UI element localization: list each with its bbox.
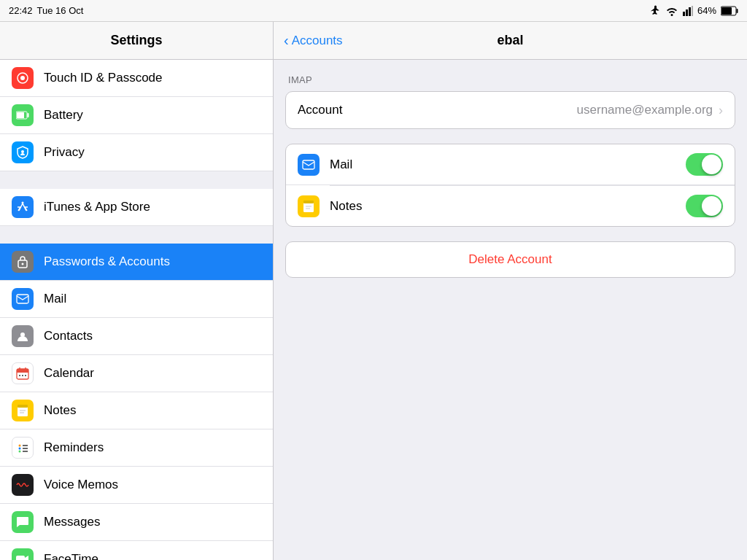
reminders-label: Reminders <box>44 440 104 455</box>
back-label: Accounts <box>292 34 343 48</box>
toggles-group: Mail Notes <box>285 144 735 227</box>
account-row-value: username@example.org <box>577 103 713 117</box>
back-chevron-icon: ‹ <box>284 33 289 47</box>
imap-section-label: IMAP <box>285 74 735 85</box>
main-layout: Settings Touch ID & Passcode Battery <box>0 22 747 560</box>
mail-toggle-row: Mail <box>286 144 735 185</box>
account-row[interactable]: Account username@example.org › <box>286 92 735 128</box>
sidebar-item-mail[interactable]: Mail <box>0 281 273 318</box>
status-date: Tue 16 Oct <box>37 5 84 16</box>
sidebar-item-appstore[interactable]: iTunes & App Store <box>0 189 273 226</box>
battery-icon <box>721 6 738 16</box>
svg-rect-0 <box>683 12 685 16</box>
contacts-label: Contacts <box>44 329 93 343</box>
svg-point-15 <box>22 263 24 265</box>
mail-toggle-label: Mail <box>330 158 686 172</box>
svg-rect-1 <box>686 9 688 16</box>
svg-rect-35 <box>16 556 25 560</box>
notes-toggle[interactable] <box>686 195 723 217</box>
svg-point-31 <box>19 451 21 453</box>
account-row-label: Account <box>298 103 577 117</box>
passwords-label: Passwords & Accounts <box>44 254 170 269</box>
notes-icon-sidebar <box>12 400 34 421</box>
sidebar-item-battery[interactable]: Battery <box>0 97 273 134</box>
notes-row-icon <box>298 195 320 217</box>
status-time: 22:42 <box>9 5 33 16</box>
svg-point-23 <box>22 375 23 376</box>
sidebar-item-notes[interactable]: Notes <box>0 392 273 429</box>
svg-rect-26 <box>18 405 28 408</box>
svg-rect-36 <box>303 160 314 169</box>
calendar-label: Calendar <box>44 366 94 381</box>
contacts-icon <box>12 325 34 347</box>
appstore-icon <box>12 196 34 218</box>
right-panel: ‹ Accounts ebal IMAP Account username@ex… <box>274 22 747 560</box>
account-group: Account username@example.org › <box>285 91 735 129</box>
mail-toggle[interactable] <box>686 153 723 176</box>
page-title: ebal <box>497 33 523 48</box>
battery-icon-sidebar <box>12 104 34 126</box>
mail-row-icon <box>298 154 320 176</box>
svg-point-13 <box>22 202 24 204</box>
sidebar-title: Settings <box>110 33 162 48</box>
delete-account-button[interactable]: Delete Account <box>286 242 735 277</box>
sidebar-item-facetime[interactable]: FaceTime <box>0 541 273 560</box>
account-row-chevron: › <box>719 103 723 118</box>
mail-label: Mail <box>44 292 66 306</box>
svg-rect-3 <box>692 6 693 16</box>
sidebar-header: Settings <box>0 22 273 60</box>
status-bar: 22:42 Tue 16 Oct 64% <box>0 0 747 22</box>
signal-icon <box>683 6 693 16</box>
svg-point-8 <box>20 76 25 80</box>
svg-point-12 <box>21 150 24 153</box>
passwords-icon <box>12 251 34 273</box>
svg-rect-6 <box>721 7 732 15</box>
svg-point-30 <box>19 448 21 450</box>
sidebar-item-reminders[interactable]: Reminders <box>0 429 273 467</box>
svg-rect-5 <box>737 9 738 13</box>
sidebar-gap-2 <box>0 226 273 244</box>
sidebar: Settings Touch ID & Passcode Battery <box>0 22 274 560</box>
svg-point-24 <box>25 375 26 376</box>
svg-rect-37 <box>303 202 314 212</box>
airplane-icon <box>649 5 661 17</box>
wifi-icon <box>665 6 678 16</box>
touchid-icon <box>12 67 34 89</box>
svg-rect-2 <box>689 7 691 16</box>
right-content: IMAP Account username@example.org › <box>274 60 747 307</box>
svg-point-29 <box>19 445 21 447</box>
svg-rect-11 <box>17 112 24 118</box>
messages-label: Messages <box>44 515 100 529</box>
sidebar-item-passwords[interactable]: Passwords & Accounts <box>0 244 273 281</box>
status-left: 22:42 Tue 16 Oct <box>9 5 83 16</box>
facetime-label: FaceTime <box>44 552 98 560</box>
sidebar-item-voicememo[interactable]: Voice Memos <box>0 467 273 504</box>
voicememo-icon <box>12 474 34 496</box>
svg-rect-25 <box>18 406 28 416</box>
reminders-icon <box>12 437 34 459</box>
svg-rect-16 <box>17 295 28 303</box>
sidebar-gap-1 <box>0 171 273 189</box>
appstore-label: iTunes & App Store <box>44 200 150 214</box>
right-panel-header: ‹ Accounts ebal <box>274 22 747 60</box>
battery-percent: 64% <box>697 5 716 16</box>
sidebar-item-privacy[interactable]: Privacy <box>0 134 273 171</box>
sidebar-item-touchid[interactable]: Touch ID & Passcode <box>0 60 273 97</box>
messages-icon <box>12 511 34 533</box>
svg-rect-38 <box>303 201 314 203</box>
sidebar-item-contacts[interactable]: Contacts <box>0 318 273 355</box>
battery-label: Battery <box>44 108 83 122</box>
notes-toggle-label: Notes <box>330 199 686 214</box>
calendar-icon <box>12 362 34 384</box>
delete-account-group: Delete Account <box>285 241 735 278</box>
touchid-label: Touch ID & Passcode <box>44 71 163 85</box>
sidebar-item-messages[interactable]: Messages <box>0 504 273 541</box>
mail-icon-sidebar <box>12 288 34 310</box>
svg-point-22 <box>19 375 20 376</box>
sidebar-item-calendar[interactable]: Calendar <box>0 355 273 392</box>
notes-label: Notes <box>44 403 76 418</box>
status-right: 64% <box>649 5 738 17</box>
notes-toggle-row: Notes <box>286 186 735 226</box>
svg-rect-19 <box>17 369 28 373</box>
back-button[interactable]: ‹ Accounts <box>284 34 343 48</box>
